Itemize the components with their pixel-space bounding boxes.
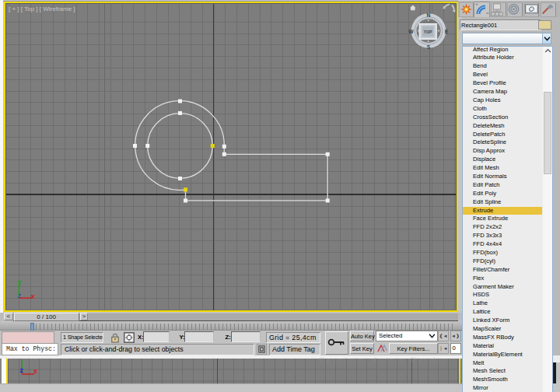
svg-text:x: x <box>31 292 35 300</box>
svg-text:z: z <box>20 366 24 374</box>
svg-text:W: W <box>408 29 414 34</box>
svg-text:x: x <box>33 367 37 375</box>
svg-text:S: S <box>427 44 431 50</box>
svg-text:N: N <box>427 12 431 18</box>
svg-text:TOP: TOP <box>424 30 432 34</box>
svg-text:E: E <box>445 29 449 34</box>
